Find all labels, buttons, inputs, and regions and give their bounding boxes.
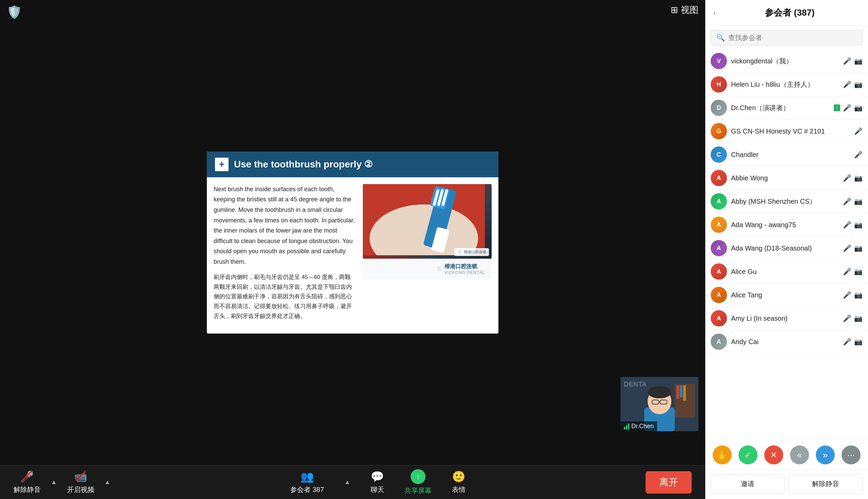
raise-hand-button[interactable]: ✋ — [713, 446, 732, 464]
mic-active-icon: 🎤 — [843, 104, 852, 112]
participant-item[interactable]: A Ada Wang - awang75 🎤 📷 — [705, 213, 868, 236]
start-video-button[interactable]: 📹 开启视频 — [67, 470, 94, 494]
mute-icon: 🎤 — [843, 57, 852, 65]
participant-item[interactable]: A Andy Cai 🎤 📷 — [705, 330, 868, 354]
participant-item[interactable]: A Abby (MSH Shenzhen CS） 🎤 📷 — [705, 190, 868, 213]
participant-item[interactable]: A Ada Wang (D18-Seasonal) 🎤 📷 — [705, 236, 868, 260]
participant-name: Ada Wang (D18-Seasonal) — [731, 244, 839, 252]
svg-rect-12 — [683, 386, 686, 401]
microphone-icon: 🎤 — [20, 470, 34, 483]
svg-rect-10 — [676, 386, 679, 399]
avatar: A — [711, 170, 727, 186]
avatar: A — [711, 240, 727, 256]
participant-item[interactable]: C Chandler 🎤 — [705, 143, 868, 167]
plus-icon: + — [215, 158, 229, 171]
panel-actions-bar: ✋ ✓ ✕ « » ··· — [705, 440, 868, 470]
participant-icons: 🎤 — [854, 150, 863, 159]
denta-watermark: DENTA — [624, 380, 647, 388]
yes-button[interactable]: ✓ — [738, 446, 757, 464]
slide-watermark-logo: 🦷 维港口腔连锁 — [454, 248, 489, 256]
mute-icon: 🎤 — [843, 174, 852, 182]
presentation-area: 🛡️ ⊞ 视图 + Use the toothbrush properly ② … — [0, 0, 705, 499]
avatar: D — [711, 100, 727, 116]
video-off-icon: 📷 — [854, 221, 863, 229]
participant-icons: 🎤 📷 — [843, 57, 863, 65]
avatar: A — [711, 193, 727, 209]
more-actions-button[interactable]: ··· — [842, 446, 860, 464]
search-box[interactable]: 🔍 — [711, 30, 863, 46]
participants-chevron-button[interactable]: ▲ — [344, 479, 350, 486]
avatar: A — [711, 333, 727, 350]
video-off-icon: 📷 — [854, 338, 863, 346]
unmute-all-button[interactable]: 解除静音 — [788, 474, 863, 494]
slide-header: + Use the toothbrush properly ② — [207, 151, 498, 177]
participant-icons: 🎤 📷 — [843, 221, 863, 229]
participant-item[interactable]: A Alice Tang 🎤 📷 — [705, 283, 868, 307]
avatar: V — [711, 53, 727, 69]
leave-button[interactable]: 离开 — [646, 471, 692, 494]
participants-button[interactable]: 👥 参会者 387 — [290, 470, 324, 494]
participant-icons: ↑ 🎤 📷 — [834, 104, 863, 112]
start-video-label: 开启视频 — [67, 485, 94, 494]
share-screen-button[interactable]: ↑ 共享屏幕 — [404, 469, 432, 495]
video-off-icon: 📷 — [854, 197, 863, 205]
participant-item[interactable]: D Dr.Chen（演讲者） ↑ 🎤 📷 — [705, 96, 868, 120]
invite-button[interactable]: 邀请 — [711, 474, 785, 494]
toolbar-center: 👥 参会者 387 ▲ 💬 聊天 ↑ 共享屏幕 — [290, 469, 466, 495]
slide-image-container: 🦷 维港口腔连锁 🦷 维港口腔连锁 VICKONG DENTAL — [363, 184, 492, 327]
slide-logo-text: 维港口腔连锁 — [464, 250, 486, 255]
chevron-video-button[interactable]: ▲ — [105, 479, 111, 486]
participant-name: Alice Gu — [731, 268, 839, 276]
toolbar-left: 🎤 解除静音 ▲ 📹 开启视频 ▲ — [14, 470, 111, 494]
view-button[interactable]: ⊞ 视图 — [671, 4, 698, 16]
svg-point-18 — [648, 386, 671, 398]
collapse-panel-button[interactable]: ‹ — [713, 9, 716, 16]
participant-name: vickongdental（我） — [731, 57, 839, 66]
chat-button[interactable]: 💬 聊天 — [370, 470, 384, 494]
participant-item[interactable]: G GS CN-SH Honesty VC # 2101 🎤 — [705, 120, 868, 143]
share-screen-icon: ↑ — [411, 469, 426, 484]
slide-title: Use the toothbrush properly ② — [234, 159, 372, 170]
speaker-pip: Dr.Chen DENTA — [621, 377, 698, 431]
panel-bottom-buttons: 邀请 解除静音 — [705, 470, 868, 499]
participant-name: Abby (MSH Shenzhen CS） — [731, 197, 839, 206]
participant-name: Dr.Chen（演讲者） — [731, 104, 830, 112]
emoji-label: 表情 — [452, 485, 466, 494]
chevron-up-audio-icon: ▲ — [51, 479, 57, 486]
chevron-up-participants-icon: ▲ — [344, 479, 350, 486]
mute-icon: 🎤 — [843, 221, 852, 229]
participant-name: Amy Li (In season) — [731, 315, 839, 322]
video-off-icon: 📷 — [854, 314, 863, 322]
camera-icon: 📹 — [74, 470, 87, 483]
participant-icons: 🎤 📷 — [843, 267, 863, 276]
chevron-audio-button[interactable]: ▲ — [51, 479, 57, 486]
mute-icon: 🎤 — [843, 267, 852, 276]
search-icon: 🔍 — [717, 34, 725, 42]
participant-item[interactable]: V vickongdental（我） 🎤 📷 — [705, 49, 868, 73]
participant-icons: 🎤 📷 — [843, 174, 863, 182]
logo-text: 维港口腔连锁 — [444, 263, 485, 270]
participant-icons: 🎤 📷 — [843, 314, 863, 322]
reactions-button[interactable]: 🙂 表情 — [452, 470, 466, 494]
participants-list: V vickongdental（我） 🎤 📷 H Helen Liu - h8l… — [705, 49, 868, 440]
participant-name: Alice Tang — [731, 291, 839, 299]
speaker-name: Dr.Chen — [631, 423, 654, 430]
mute-icon: 🎤 — [854, 127, 863, 135]
chevron-up-video-icon: ▲ — [105, 479, 111, 486]
participant-item[interactable]: A Abbie Wong 🎤 📷 — [705, 167, 868, 190]
fast-forward-button[interactable]: » — [816, 446, 835, 464]
shield-icon: 🛡️ — [7, 5, 22, 19]
participant-item[interactable]: A Alice Gu 🎤 📷 — [705, 260, 868, 283]
mute-icon: 🎤 — [843, 244, 852, 252]
participant-icons: 🎤 📷 — [843, 244, 863, 252]
panel-title: 参会者 (387) — [720, 7, 860, 19]
participant-item[interactable]: H Helen Liu - h8liu（主持人） 🎤 📷 — [705, 73, 868, 96]
rewind-button[interactable]: « — [790, 446, 809, 464]
no-button[interactable]: ✕ — [764, 446, 783, 464]
svg-rect-11 — [680, 386, 683, 397]
dental-logo: 🦷 维港口腔连锁 VICKONG DENTAL — [436, 263, 485, 275]
unmute-audio-button[interactable]: 🎤 解除静音 — [14, 470, 41, 494]
presenter-badge: ↑ — [834, 105, 840, 111]
search-input[interactable] — [728, 34, 857, 42]
participant-item[interactable]: A Amy Li (In season) 🎤 📷 — [705, 307, 868, 330]
